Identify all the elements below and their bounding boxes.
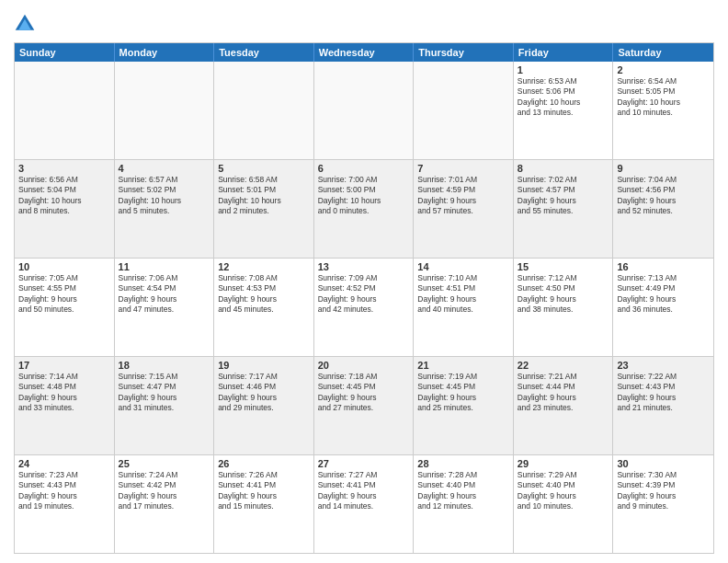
day-info: Sunrise: 6:58 AM Sunset: 5:01 PM Dayligh… [218,175,310,217]
cal-cell-day: 18Sunrise: 7:15 AM Sunset: 4:47 PM Dayli… [115,357,215,454]
cal-header-day: Wednesday [314,43,415,62]
day-info: Sunrise: 7:13 AM Sunset: 4:49 PM Dayligh… [617,273,710,316]
day-number: 28 [417,458,509,469]
day-info: Sunrise: 7:26 AM Sunset: 4:41 PM Dayligh… [218,470,310,512]
cal-cell-empty [115,62,215,159]
cal-header-day: Friday [514,43,614,62]
day-number: 3 [18,163,110,174]
cal-cell-empty [314,62,415,159]
day-info: Sunrise: 7:21 AM Sunset: 4:44 PM Dayligh… [518,372,609,414]
day-info: Sunrise: 7:30 AM Sunset: 4:39 PM Dayligh… [617,470,710,512]
cal-cell-day: 8Sunrise: 7:02 AM Sunset: 4:57 PM Daylig… [514,160,614,258]
day-number: 16 [617,261,710,272]
day-info: Sunrise: 7:05 AM Sunset: 4:55 PM Dayligh… [18,273,110,316]
cal-cell-day: 23Sunrise: 7:22 AM Sunset: 4:43 PM Dayli… [613,357,713,454]
day-info: Sunrise: 7:14 AM Sunset: 4:48 PM Dayligh… [18,372,110,414]
cal-header-day: Tuesday [214,43,314,62]
cal-header-day: Monday [115,43,215,62]
cal-cell-day: 2Sunrise: 6:54 AM Sunset: 5:05 PM Daylig… [613,62,713,159]
logo-icon [14,13,36,35]
calendar-row: 3Sunrise: 6:56 AM Sunset: 5:04 PM Daylig… [15,160,713,259]
day-info: Sunrise: 7:29 AM Sunset: 4:40 PM Dayligh… [518,470,609,512]
day-info: Sunrise: 7:02 AM Sunset: 4:57 PM Dayligh… [518,175,609,217]
day-info: Sunrise: 7:22 AM Sunset: 4:43 PM Dayligh… [617,372,710,414]
day-number: 27 [318,458,410,469]
day-info: Sunrise: 7:12 AM Sunset: 4:50 PM Dayligh… [518,273,609,316]
day-number: 1 [518,64,609,75]
day-number: 7 [417,163,509,174]
day-number: 30 [617,458,710,469]
day-info: Sunrise: 7:27 AM Sunset: 4:41 PM Dayligh… [318,470,410,512]
day-info: Sunrise: 7:24 AM Sunset: 4:42 PM Dayligh… [119,470,210,512]
cal-cell-day: 10Sunrise: 7:05 AM Sunset: 4:55 PM Dayli… [15,259,115,356]
cal-cell-day: 24Sunrise: 7:23 AM Sunset: 4:43 PM Dayli… [15,455,115,553]
day-info: Sunrise: 7:06 AM Sunset: 4:54 PM Dayligh… [119,273,210,316]
day-number: 12 [218,261,310,272]
cal-cell-day: 7Sunrise: 7:01 AM Sunset: 4:59 PM Daylig… [414,160,514,258]
cal-cell-day: 19Sunrise: 7:17 AM Sunset: 4:46 PM Dayli… [214,357,314,454]
cal-cell-day: 25Sunrise: 7:24 AM Sunset: 4:42 PM Dayli… [115,455,215,553]
day-info: Sunrise: 7:10 AM Sunset: 4:51 PM Dayligh… [417,273,509,316]
cal-cell-day: 22Sunrise: 7:21 AM Sunset: 4:44 PM Dayli… [514,357,614,454]
day-info: Sunrise: 6:53 AM Sunset: 5:06 PM Dayligh… [518,76,609,119]
day-number: 20 [318,360,410,371]
day-info: Sunrise: 6:56 AM Sunset: 5:04 PM Dayligh… [18,175,110,217]
cal-cell-day: 9Sunrise: 7:04 AM Sunset: 4:56 PM Daylig… [613,160,713,258]
calendar-header: SundayMondayTuesdayWednesdayThursdayFrid… [15,43,713,62]
day-number: 24 [18,458,110,469]
cal-cell-day: 3Sunrise: 6:56 AM Sunset: 5:04 PM Daylig… [15,160,115,258]
day-number: 5 [218,163,310,174]
cal-header-day: Sunday [15,43,115,62]
day-number: 21 [417,360,509,371]
day-number: 15 [518,261,609,272]
cal-cell-empty [15,62,115,159]
day-number: 17 [18,360,110,371]
day-info: Sunrise: 7:18 AM Sunset: 4:45 PM Dayligh… [318,372,410,414]
cal-cell-day: 1Sunrise: 6:53 AM Sunset: 5:06 PM Daylig… [514,62,614,159]
cal-cell-day: 21Sunrise: 7:19 AM Sunset: 4:45 PM Dayli… [414,357,514,454]
cal-cell-day: 5Sunrise: 6:58 AM Sunset: 5:01 PM Daylig… [214,160,314,258]
day-number: 6 [318,163,410,174]
calendar-body: 1Sunrise: 6:53 AM Sunset: 5:06 PM Daylig… [15,62,713,553]
cal-cell-day: 6Sunrise: 7:00 AM Sunset: 5:00 PM Daylig… [314,160,415,258]
cal-cell-day: 28Sunrise: 7:28 AM Sunset: 4:40 PM Dayli… [414,455,514,553]
day-info: Sunrise: 7:09 AM Sunset: 4:52 PM Dayligh… [318,273,410,316]
day-info: Sunrise: 7:01 AM Sunset: 4:59 PM Dayligh… [417,175,509,217]
day-number: 9 [617,163,710,174]
header [14,9,714,35]
page: SundayMondayTuesdayWednesdayThursdayFrid… [0,0,728,563]
cal-header-day: Saturday [613,43,713,62]
day-number: 2 [617,64,710,75]
cal-cell-day: 27Sunrise: 7:27 AM Sunset: 4:41 PM Dayli… [314,455,415,553]
day-number: 13 [318,261,410,272]
cal-cell-day: 29Sunrise: 7:29 AM Sunset: 4:40 PM Dayli… [514,455,614,553]
day-info: Sunrise: 7:04 AM Sunset: 4:56 PM Dayligh… [617,175,710,217]
cal-cell-day: 17Sunrise: 7:14 AM Sunset: 4:48 PM Dayli… [15,357,115,454]
calendar-row: 1Sunrise: 6:53 AM Sunset: 5:06 PM Daylig… [15,62,713,160]
day-info: Sunrise: 7:23 AM Sunset: 4:43 PM Dayligh… [18,470,110,512]
day-number: 26 [218,458,310,469]
calendar: SundayMondayTuesdayWednesdayThursdayFrid… [14,42,714,554]
cal-cell-day: 30Sunrise: 7:30 AM Sunset: 4:39 PM Dayli… [613,455,713,553]
cal-cell-day: 16Sunrise: 7:13 AM Sunset: 4:49 PM Dayli… [613,259,713,356]
logo [14,13,40,35]
calendar-row: 17Sunrise: 7:14 AM Sunset: 4:48 PM Dayli… [15,357,713,455]
day-number: 4 [119,163,210,174]
day-number: 19 [218,360,310,371]
day-info: Sunrise: 7:28 AM Sunset: 4:40 PM Dayligh… [417,470,509,512]
day-info: Sunrise: 7:08 AM Sunset: 4:53 PM Dayligh… [218,273,310,316]
day-info: Sunrise: 7:15 AM Sunset: 4:47 PM Dayligh… [119,372,210,414]
cal-cell-day: 4Sunrise: 6:57 AM Sunset: 5:02 PM Daylig… [115,160,215,258]
cal-cell-day: 11Sunrise: 7:06 AM Sunset: 4:54 PM Dayli… [115,259,215,356]
calendar-row: 10Sunrise: 7:05 AM Sunset: 4:55 PM Dayli… [15,259,713,357]
cal-header-day: Thursday [414,43,514,62]
cal-cell-day: 14Sunrise: 7:10 AM Sunset: 4:51 PM Dayli… [414,259,514,356]
day-info: Sunrise: 7:00 AM Sunset: 5:00 PM Dayligh… [318,175,410,217]
day-number: 23 [617,360,710,371]
day-info: Sunrise: 6:54 AM Sunset: 5:05 PM Dayligh… [617,76,710,119]
day-number: 11 [119,261,210,272]
day-number: 29 [518,458,609,469]
day-info: Sunrise: 6:57 AM Sunset: 5:02 PM Dayligh… [119,175,210,217]
cal-cell-empty [214,62,314,159]
cal-cell-empty [414,62,514,159]
